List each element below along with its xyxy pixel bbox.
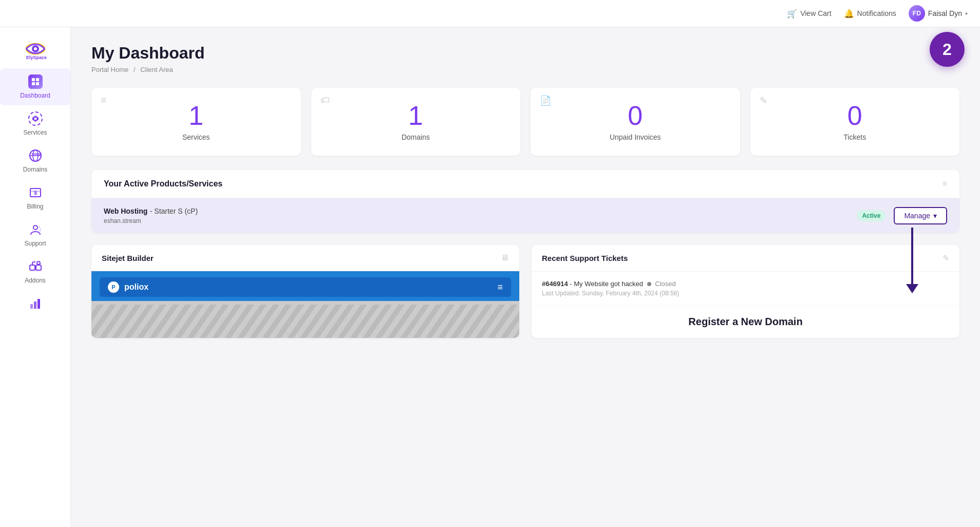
- sitejet-card: Sitejet Builder 🖥 P poliox ≡: [91, 245, 519, 338]
- svg-point-20: [37, 261, 40, 265]
- ticket-status-dot: [647, 282, 651, 286]
- tickets-title: Recent Support Tickets: [542, 254, 628, 262]
- cart-icon: 🛒: [787, 9, 797, 18]
- view-cart-link[interactable]: 🛒 View Cart: [787, 9, 831, 18]
- sidebar-item-domains[interactable]: www Domains: [0, 142, 70, 179]
- svg-rect-16: [30, 191, 41, 192]
- manage-label: Manage: [904, 212, 930, 220]
- sidebar-item-services[interactable]: Services: [0, 105, 70, 142]
- service-name: Web Hosting: [104, 207, 147, 215]
- svg-rect-7: [36, 82, 39, 85]
- svg-rect-23: [34, 302, 36, 309]
- user-name-label: Faisal Dyn: [928, 9, 962, 17]
- page-title: My Dashboard: [91, 44, 959, 63]
- ticket-description: My Website got hacked: [574, 280, 643, 288]
- sidebar-item-support[interactable]: Support: [0, 216, 70, 253]
- svg-point-9: [34, 118, 36, 120]
- stat-card-domains[interactable]: 🏷 1 Domains: [311, 88, 521, 156]
- stat-number-tickets: 0: [847, 102, 862, 129]
- preview-background: [91, 305, 519, 338]
- chevron-down-icon: ▾: [965, 11, 968, 16]
- poliox-menu-icon: ≡: [497, 282, 503, 293]
- stat-number-services: 1: [189, 102, 203, 129]
- svg-rect-6: [32, 82, 35, 85]
- main-content: My Dashboard Portal Home / Client Area ≡…: [71, 27, 980, 527]
- services-icon: [28, 111, 43, 126]
- service-actions: Active Manage ▾: [857, 207, 947, 224]
- stat-card-services[interactable]: ≡ 1 Services: [91, 88, 301, 156]
- stat-icon-invoices: 📄: [540, 95, 551, 106]
- breadcrumb-current: Client Area: [140, 66, 173, 73]
- active-products-title: Your Active Products/Services: [104, 179, 222, 189]
- dashboard-icon: [28, 74, 43, 89]
- breadcrumb-separator: /: [134, 66, 136, 73]
- ticket-updated: Last Updated: Sunday, February 4th, 2024…: [542, 290, 949, 297]
- monitor-icon: 🖥: [501, 253, 509, 262]
- sidebar-item-analytics[interactable]: [0, 290, 70, 317]
- sidebar-item-billing[interactable]: $ Billing: [0, 179, 70, 216]
- sidebar-item-addons[interactable]: Addons: [0, 253, 70, 290]
- poliox-logo-dot: P: [108, 281, 119, 293]
- notification-badge: 2: [930, 32, 965, 67]
- stat-icon-services: ≡: [101, 95, 106, 106]
- active-products-header-icon: ≡: [943, 179, 947, 189]
- stat-card-tickets[interactable]: ✎ 0 Tickets: [750, 88, 960, 156]
- stat-label-domains: Domains: [402, 133, 430, 141]
- active-products-section: Your Active Products/Services ≡ Web Host…: [91, 170, 959, 233]
- domains-icon: www: [28, 148, 43, 163]
- sidebar-item-services-label: Services: [23, 129, 47, 136]
- sidebar-item-dashboard[interactable]: Dashboard: [0, 68, 70, 105]
- support-icon: [28, 222, 43, 237]
- active-products-header: Your Active Products/Services ≡: [91, 170, 959, 198]
- addons-icon: [28, 259, 43, 274]
- svg-rect-22: [30, 304, 33, 309]
- sidebar-item-billing-label: Billing: [27, 203, 43, 210]
- ticket-title: #646914 - My Website got hacked Closed: [542, 280, 949, 288]
- stat-number-invoices: 0: [628, 102, 643, 129]
- sidebar-item-addons-label: Addons: [25, 277, 46, 284]
- tickets-edit-icon: ✎: [943, 253, 949, 263]
- sidebar: ElySpace Dashboard Services: [0, 27, 71, 527]
- ticket-id: #646914: [542, 280, 568, 288]
- sidebar-logo: ElySpace: [15, 33, 56, 64]
- ticket-status-text: Closed: [655, 280, 675, 288]
- svg-point-2: [34, 47, 37, 50]
- manage-button[interactable]: Manage ▾: [894, 207, 947, 224]
- avatar: FD: [909, 5, 925, 22]
- stat-label-tickets: Tickets: [843, 133, 866, 141]
- stat-label-invoices: Unpaid Invoices: [610, 133, 661, 141]
- register-domain-section: Register a New Domain: [532, 306, 959, 338]
- svg-text:www: www: [31, 152, 42, 156]
- stat-icon-tickets: ✎: [760, 95, 767, 106]
- service-row: Web Hosting - Starter S (cP) eshan.strea…: [91, 198, 959, 233]
- register-domain-title: Register a New Domain: [542, 316, 949, 328]
- service-name-line: Web Hosting - Starter S (cP): [104, 206, 857, 216]
- tickets-header: Recent Support Tickets ✎: [532, 245, 959, 272]
- user-menu[interactable]: FD Faisal Dyn ▾: [909, 5, 968, 22]
- notifications-label: Notifications: [857, 9, 896, 17]
- ticket-row[interactable]: #646914 - My Website got hacked Closed L…: [532, 272, 959, 306]
- billing-icon: $: [28, 185, 43, 200]
- sidebar-item-dashboard-label: Dashboard: [20, 92, 50, 99]
- sitejet-header: Sitejet Builder 🖥: [91, 245, 519, 271]
- stats-grid: ≡ 1 Services 🏷 1 Domains 📄 0 Unpaid Invo…: [91, 88, 959, 156]
- sitejet-title: Sitejet Builder: [102, 254, 154, 262]
- bell-icon: 🔔: [844, 9, 854, 18]
- sitejet-preview: P poliox ≡: [91, 271, 519, 338]
- svg-text:ElySpace: ElySpace: [26, 55, 47, 60]
- svg-rect-5: [36, 78, 39, 81]
- svg-rect-19: [36, 265, 41, 270]
- svg-text:$: $: [34, 190, 37, 196]
- ticket-dash: -: [570, 280, 574, 288]
- service-status-badge: Active: [857, 210, 885, 221]
- support-tickets-card: Recent Support Tickets ✎ #646914 - My We…: [532, 245, 959, 338]
- stat-card-invoices[interactable]: 📄 0 Unpaid Invoices: [531, 88, 740, 156]
- svg-rect-4: [32, 78, 35, 81]
- analytics-icon: [28, 296, 43, 311]
- notifications-link[interactable]: 🔔 Notifications: [844, 9, 896, 18]
- poliox-bar: P poliox ≡: [100, 277, 511, 297]
- service-plan: - Starter S (cP): [150, 207, 198, 215]
- stat-number-domains: 1: [408, 102, 423, 129]
- breadcrumb-home[interactable]: Portal Home: [91, 66, 128, 73]
- breadcrumb: Portal Home / Client Area: [91, 66, 959, 73]
